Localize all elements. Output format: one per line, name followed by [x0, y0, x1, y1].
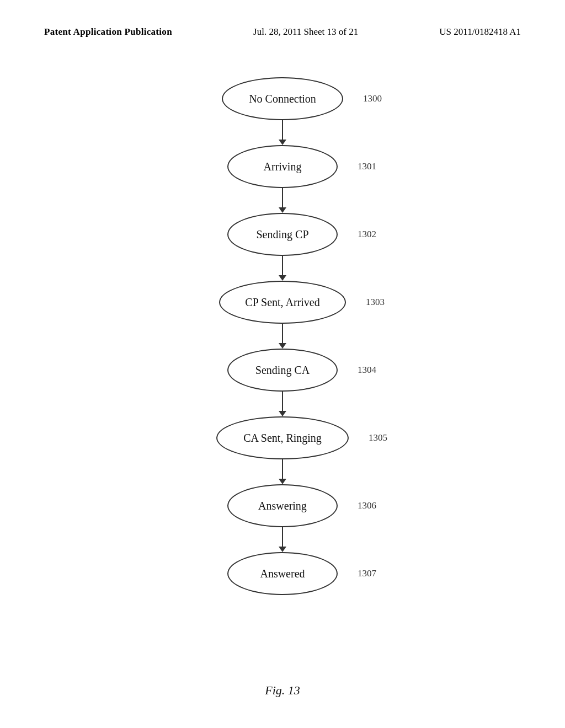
- arrow-head: [279, 275, 286, 281]
- header: Patent Application Publication Jul. 28, …: [0, 26, 565, 38]
- arrow-1305-to-1306: [279, 459, 286, 484]
- arrow-1304-to-1305: [279, 392, 286, 416]
- node-label-1301: Arriving: [264, 160, 302, 173]
- node-number-1302: 1302: [358, 229, 376, 240]
- node-wrapper-1300: No Connection1300: [222, 77, 343, 120]
- node-number-1307: 1307: [358, 568, 376, 579]
- node-number-1303: 1303: [366, 297, 385, 308]
- node-label-1306: Answering: [258, 500, 307, 512]
- arrow-1300-to-1301: [279, 120, 286, 145]
- state-node-1307: Answered1307: [227, 552, 338, 595]
- arrow-head: [279, 411, 286, 416]
- node-number-1300: 1300: [363, 93, 382, 104]
- node-label-1307: Answered: [260, 568, 305, 580]
- node-wrapper-1307: Answered1307: [227, 552, 338, 595]
- state-node-1301: Arriving1301: [227, 145, 338, 188]
- node-label-1300: No Connection: [249, 93, 316, 105]
- node-wrapper-1305: CA Sent, Ringing1305: [216, 416, 349, 459]
- state-node-1300: No Connection1300: [222, 77, 343, 120]
- arrow-line: [282, 527, 283, 547]
- arrow-line: [282, 459, 283, 479]
- node-wrapper-1302: Sending CP1302: [227, 213, 338, 256]
- node-wrapper-1301: Arriving1301: [227, 145, 338, 188]
- state-node-1305: CA Sent, Ringing1305: [216, 416, 349, 459]
- node-number-1301: 1301: [358, 161, 376, 172]
- arrow-1302-to-1303: [279, 256, 286, 281]
- figure-caption: Fig. 13: [0, 683, 565, 698]
- node-label-1304: Sending CA: [255, 364, 310, 377]
- arrow-head: [279, 343, 286, 349]
- diagram: No Connection1300Arriving1301Sending CP1…: [0, 77, 565, 673]
- page: Patent Application Publication Jul. 28, …: [0, 0, 565, 728]
- arrow-line: [282, 392, 283, 411]
- date-sheet-label: Jul. 28, 2011 Sheet 13 of 21: [253, 26, 358, 38]
- node-wrapper-1306: Answering1306: [227, 484, 338, 527]
- arrow-1301-to-1302: [279, 188, 286, 213]
- node-wrapper-1304: Sending CA1304: [227, 349, 338, 392]
- arrow-head: [279, 140, 286, 145]
- node-label-1303: CP Sent, Arrived: [245, 296, 319, 309]
- arrow-head: [279, 207, 286, 213]
- node-number-1305: 1305: [369, 432, 387, 443]
- publication-label: Patent Application Publication: [44, 26, 172, 38]
- state-node-1304: Sending CA1304: [227, 349, 338, 392]
- state-node-1302: Sending CP1302: [227, 213, 338, 256]
- arrow-line: [282, 120, 283, 140]
- node-wrapper-1303: CP Sent, Arrived1303: [219, 281, 346, 324]
- arrow-head: [279, 547, 286, 552]
- node-number-1304: 1304: [358, 365, 376, 376]
- arrow-1303-to-1304: [279, 324, 286, 349]
- patent-number-label: US 2011/0182418 A1: [439, 26, 521, 38]
- arrow-1306-to-1307: [279, 527, 286, 552]
- arrow-line: [282, 188, 283, 207]
- arrow-line: [282, 256, 283, 275]
- state-node-1303: CP Sent, Arrived1303: [219, 281, 346, 324]
- arrow-line: [282, 324, 283, 343]
- node-label-1302: Sending CP: [256, 228, 308, 241]
- node-number-1306: 1306: [358, 500, 376, 511]
- state-node-1306: Answering1306: [227, 484, 338, 527]
- arrow-head: [279, 479, 286, 484]
- node-label-1305: CA Sent, Ringing: [243, 432, 322, 445]
